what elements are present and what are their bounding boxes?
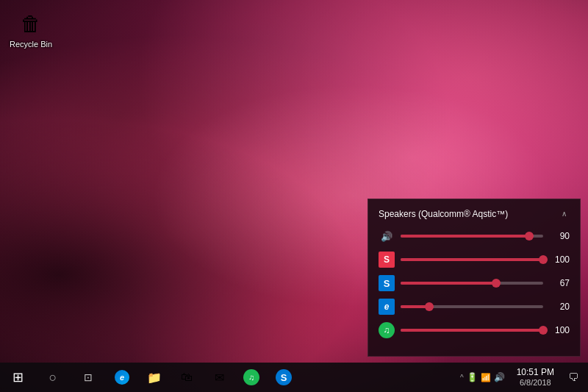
panel-header: Speakers (Qualcomm® Aqstic™) ∧ — [379, 208, 570, 219]
notification-center-button[interactable]: 🗨 — [562, 363, 585, 392]
taskbar-edge[interactable]: e — [106, 363, 138, 392]
edge-volume-value: 20 — [549, 302, 570, 312]
spotify-volume-value: 100 — [549, 325, 570, 335]
skype-volume-thumb[interactable] — [492, 279, 501, 288]
recycle-bin-label: Recycle Bin — [10, 40, 52, 49]
spotify-volume-slider[interactable] — [401, 329, 543, 332]
volume-row-system: 🔊 90 — [379, 228, 570, 244]
taskbar-spotify[interactable]: ♫ — [235, 363, 268, 392]
panel-title: Speakers (Qualcomm® Aqstic™) — [379, 209, 508, 219]
volume-icon[interactable]: 🔊 — [494, 372, 505, 382]
start-icon: ⊞ — [12, 369, 24, 385]
edge-volume-slider[interactable] — [401, 305, 543, 308]
skype-vol-icon: S — [379, 275, 395, 291]
volume-row-spotify: ♫ 100 — [379, 322, 570, 338]
volume-row-app1: S 100 — [379, 252, 570, 268]
system-volume-fill — [401, 235, 529, 238]
skype-volume-value: 67 — [549, 278, 570, 288]
system-volume-slider[interactable] — [401, 235, 543, 238]
edge-vol-icon: e — [379, 299, 395, 315]
store-icon: 🛍 — [181, 371, 193, 384]
recycle-bin-icon[interactable]: 🗑 Recycle Bin — [6, 6, 56, 52]
clock[interactable]: 10:51 PM 6/8/2018 — [511, 363, 560, 392]
notification-icon: 🗨 — [568, 371, 578, 383]
app1-volume-slider[interactable] — [401, 258, 543, 261]
volume-mixer-panel: Speakers (Qualcomm® Aqstic™) ∧ 🔊 90 S 10… — [368, 199, 581, 357]
app1-volume-thumb[interactable] — [539, 255, 548, 264]
spotify-volume-fill — [401, 329, 543, 332]
volume-row-skype: S 67 — [379, 275, 570, 291]
clock-time: 10:51 PM — [517, 367, 554, 379]
edge-volume-thumb[interactable] — [425, 302, 434, 311]
battery-icon: 🔋 — [467, 372, 478, 382]
app1-icon: S — [379, 252, 395, 268]
edge-icon: e — [115, 370, 129, 385]
panel-close-button[interactable]: ∧ — [559, 208, 570, 219]
taskbar: ⊞ ○ ⊡ e 📁 🛍 ✉ — [0, 363, 588, 392]
skype-volume-slider[interactable] — [401, 282, 543, 285]
volume-row-edge: e 20 — [379, 299, 570, 315]
system-volume-thumb[interactable] — [525, 232, 534, 240]
mail-icon: ✉ — [215, 371, 224, 385]
explorer-icon: 📁 — [147, 371, 162, 385]
taskbar-mail[interactable]: ✉ — [203, 363, 235, 392]
cortana-icon: ○ — [49, 370, 57, 385]
clock-date: 6/8/2018 — [520, 378, 551, 388]
app1-volume-fill — [401, 258, 543, 261]
cortana-button[interactable]: ○ — [35, 363, 71, 392]
task-view-icon: ⊡ — [84, 371, 93, 383]
taskbar-skype[interactable]: S — [268, 363, 300, 392]
taskbar-explorer[interactable]: 📁 — [138, 363, 171, 392]
sys-tray-expand[interactable]: ^ — [460, 374, 464, 382]
speaker-icon: 🔊 — [379, 228, 395, 244]
taskbar-right: ^ 🔋 📶 🔊 10:51 PM 6/8/2018 🗨 — [456, 363, 588, 392]
start-button[interactable]: ⊞ — [0, 363, 35, 392]
app1-volume-value: 100 — [549, 254, 570, 265]
spotify-volume-thumb[interactable] — [539, 326, 548, 335]
taskbar-store[interactable]: 🛍 — [171, 363, 203, 392]
taskbar-apps: e 📁 🛍 ✉ ♫ S — [106, 363, 300, 392]
system-volume-value: 90 — [549, 231, 570, 241]
task-view-button[interactable]: ⊡ — [71, 363, 106, 392]
taskbar-left: ⊞ ○ ⊡ e 📁 🛍 ✉ — [0, 363, 300, 392]
system-tray: ^ 🔋 📶 🔊 — [456, 372, 509, 382]
wifi-icon: 📶 — [481, 373, 491, 382]
spotify-taskbar-icon: ♫ — [243, 369, 259, 385]
skype-volume-fill — [401, 282, 496, 285]
skype-taskbar-icon: S — [276, 369, 292, 385]
spotify-vol-icon: ♫ — [379, 322, 395, 338]
recycle-bin-icon-graphic: 🗑 — [16, 9, 46, 38]
